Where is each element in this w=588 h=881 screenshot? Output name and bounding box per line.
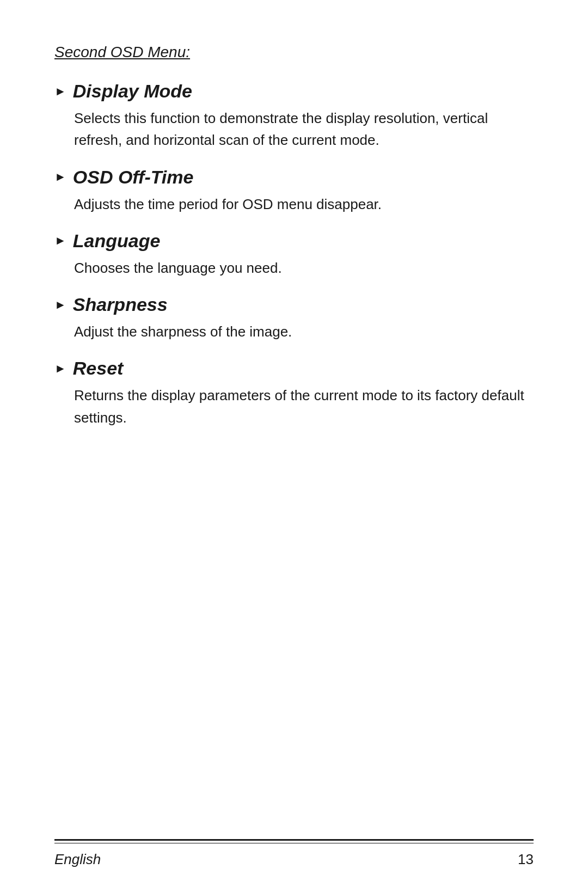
arrow-icon-osd-off-time: ►	[54, 170, 66, 184]
menu-item-sharpness: ► Sharpness Adjust the sharpness of the …	[54, 294, 534, 342]
section-title: Second OSD Menu:	[54, 44, 534, 61]
menu-item-language: ► Language Chooses the language you need…	[54, 230, 534, 279]
menu-description-language: Chooses the language you need.	[54, 257, 534, 279]
menu-heading-text-osd-off-time: OSD Off-Time	[73, 167, 194, 188]
menu-description-osd-off-time: Adjusts the time period for OSD menu dis…	[54, 193, 534, 215]
arrow-icon-language: ►	[54, 234, 66, 248]
page-footer: English 13	[0, 839, 588, 881]
page-content: Second OSD Menu: ► Display Mode Selects …	[0, 0, 588, 509]
arrow-icon-sharpness: ►	[54, 298, 66, 312]
menu-description-display-mode: Selects this function to demonstrate the…	[54, 107, 534, 151]
menu-heading-text-display-mode: Display Mode	[73, 81, 192, 102]
footer-line-top	[54, 839, 534, 841]
footer-page-number: 13	[518, 851, 534, 868]
menu-heading-text-reset: Reset	[73, 358, 124, 379]
menu-heading-display-mode: ► Display Mode	[54, 81, 534, 102]
menu-item-reset: ► Reset Returns the display parameters o…	[54, 358, 534, 429]
menu-item-display-mode: ► Display Mode Selects this function to …	[54, 81, 534, 151]
menu-heading-language: ► Language	[54, 230, 534, 252]
menu-heading-osd-off-time: ► OSD Off-Time	[54, 167, 534, 188]
menu-heading-text-sharpness: Sharpness	[73, 294, 168, 315]
menu-item-osd-off-time: ► OSD Off-Time Adjusts the time period f…	[54, 167, 534, 215]
menu-heading-text-language: Language	[73, 230, 161, 252]
arrow-icon-display-mode: ►	[54, 84, 66, 99]
footer-content: English 13	[0, 843, 588, 881]
footer-language: English	[54, 851, 101, 868]
menu-description-sharpness: Adjust the sharpness of the image.	[54, 321, 534, 342]
arrow-icon-reset: ►	[54, 362, 66, 376]
menu-heading-reset: ► Reset	[54, 358, 534, 379]
menu-description-reset: Returns the display parameters of the cu…	[54, 384, 534, 429]
menu-heading-sharpness: ► Sharpness	[54, 294, 534, 315]
